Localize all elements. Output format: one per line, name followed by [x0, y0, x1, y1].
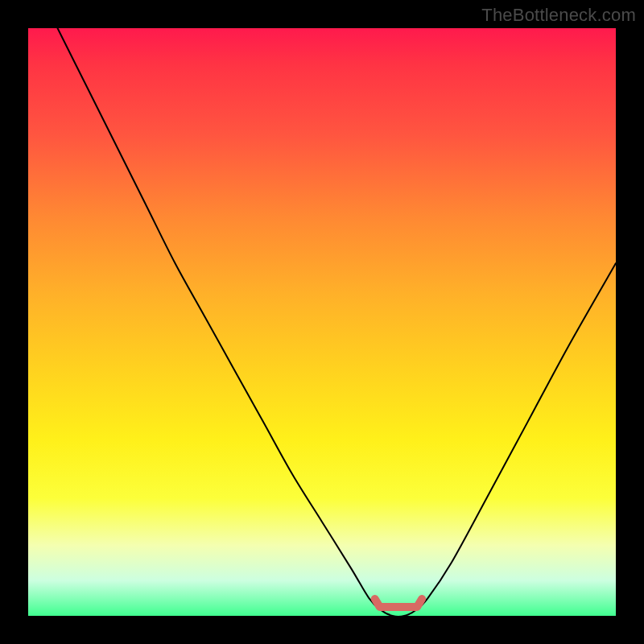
plot-area	[28, 28, 616, 616]
curve-overlay	[28, 28, 616, 616]
chart-frame: TheBottleneck.com	[0, 0, 644, 644]
bottleneck-curve	[58, 28, 617, 616]
optimal-range-marker	[375, 599, 422, 607]
watermark-text: TheBottleneck.com	[481, 5, 636, 26]
